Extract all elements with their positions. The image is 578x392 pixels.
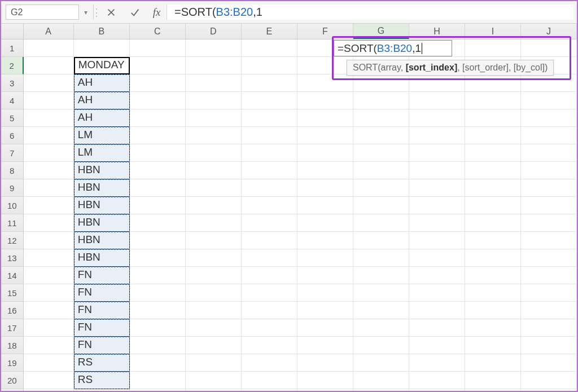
cell-C4[interactable] [130, 92, 186, 109]
cell-B13[interactable]: HBN [74, 249, 130, 267]
cell-H18[interactable] [409, 337, 465, 354]
cell-A9[interactable] [24, 179, 74, 197]
cell-C8[interactable] [130, 162, 186, 179]
cell-I13[interactable] [465, 249, 521, 267]
cell-B2[interactable]: MONDAY [74, 57, 130, 74]
cell-E16[interactable] [242, 302, 297, 319]
cell-D7[interactable] [186, 144, 242, 162]
cell-A21[interactable] [24, 389, 74, 391]
cell-E15[interactable] [242, 284, 297, 302]
cell-G18[interactable] [353, 337, 409, 354]
cell-G15[interactable] [353, 284, 409, 302]
row-header-21[interactable]: 21 [1, 389, 24, 391]
cell-F4[interactable] [297, 92, 353, 109]
cell-C15[interactable] [130, 284, 186, 302]
row-header-19[interactable]: 19 [1, 354, 24, 372]
cell-E1[interactable] [242, 39, 297, 57]
cell-J12[interactable] [521, 232, 577, 249]
row-header-17[interactable]: 17 [1, 319, 24, 337]
cell-B4[interactable]: AH [74, 92, 130, 109]
cell-H5[interactable] [409, 109, 465, 127]
cell-A1[interactable] [24, 39, 74, 57]
cell-F6[interactable] [297, 127, 353, 144]
cell-B8[interactable]: HBN [74, 162, 130, 179]
cell-H19[interactable] [409, 354, 465, 372]
cell-C7[interactable] [130, 144, 186, 162]
column-header-B[interactable]: B [74, 24, 130, 39]
cell-G11[interactable] [353, 214, 409, 232]
row-header-20[interactable]: 20 [1, 372, 24, 389]
cell-H15[interactable] [409, 284, 465, 302]
cell-D13[interactable] [186, 249, 242, 267]
row-header-2[interactable]: 2 [1, 57, 24, 74]
cell-A4[interactable] [24, 92, 74, 109]
cell-B14[interactable]: FN [74, 267, 130, 284]
row-header-10[interactable]: 10 [1, 197, 24, 214]
cell-H17[interactable] [409, 319, 465, 337]
formula-input[interactable]: =SORT(B3:B20,1 [167, 5, 573, 20]
cell-A6[interactable] [24, 127, 74, 144]
cell-G9[interactable] [353, 179, 409, 197]
cell-B17[interactable]: FN [74, 319, 130, 337]
cell-D18[interactable] [186, 337, 242, 354]
cell-A3[interactable] [24, 74, 74, 92]
cell-F16[interactable] [297, 302, 353, 319]
cell-C3[interactable] [130, 74, 186, 92]
cell-E20[interactable] [242, 372, 297, 389]
cell-E19[interactable] [242, 354, 297, 372]
cell-D6[interactable] [186, 127, 242, 144]
cell-E6[interactable] [242, 127, 297, 144]
cell-E2[interactable] [242, 57, 297, 74]
cell-I21[interactable] [465, 389, 521, 391]
cell-G10[interactable] [353, 197, 409, 214]
cell-C17[interactable] [130, 319, 186, 337]
cell-A8[interactable] [24, 162, 74, 179]
cell-F8[interactable] [297, 162, 353, 179]
column-header-A[interactable]: A [24, 24, 74, 39]
cell-B19[interactable]: RS [74, 354, 130, 372]
cell-G21[interactable] [353, 389, 409, 391]
cell-C5[interactable] [130, 109, 186, 127]
cell-C21[interactable] [130, 389, 186, 391]
cell-H20[interactable] [409, 372, 465, 389]
cell-J9[interactable] [521, 179, 577, 197]
cell-C10[interactable] [130, 197, 186, 214]
cell-C18[interactable] [130, 337, 186, 354]
cell-G12[interactable] [353, 232, 409, 249]
row-header-11[interactable]: 11 [1, 214, 24, 232]
cancel-formula-button[interactable] [99, 1, 123, 23]
cell-B18[interactable]: FN [74, 337, 130, 354]
cell-F21[interactable] [297, 389, 353, 391]
cell-A5[interactable] [24, 109, 74, 127]
cell-I16[interactable] [465, 302, 521, 319]
cell-I8[interactable] [465, 162, 521, 179]
cell-D21[interactable] [186, 389, 242, 391]
cell-A18[interactable] [24, 337, 74, 354]
cell-J6[interactable] [521, 127, 577, 144]
select-all-corner[interactable] [1, 24, 24, 39]
cell-C20[interactable] [130, 372, 186, 389]
cell-G16[interactable] [353, 302, 409, 319]
cell-E12[interactable] [242, 232, 297, 249]
cell-B1[interactable] [74, 39, 130, 57]
cell-I19[interactable] [465, 354, 521, 372]
cell-C11[interactable] [130, 214, 186, 232]
cell-B5[interactable]: AH [74, 109, 130, 127]
cell-A19[interactable] [24, 354, 74, 372]
cell-B11[interactable]: HBN [74, 214, 130, 232]
cell-I4[interactable] [465, 92, 521, 109]
row-header-8[interactable]: 8 [1, 162, 24, 179]
cell-H21[interactable] [409, 389, 465, 391]
row-header-3[interactable]: 3 [1, 74, 24, 92]
cell-E17[interactable] [242, 319, 297, 337]
cell-D14[interactable] [186, 267, 242, 284]
cell-D4[interactable] [186, 92, 242, 109]
cell-C9[interactable] [130, 179, 186, 197]
cell-F5[interactable] [297, 109, 353, 127]
cell-H13[interactable] [409, 249, 465, 267]
cell-J8[interactable] [521, 162, 577, 179]
cell-J17[interactable] [521, 319, 577, 337]
column-header-E[interactable]: E [242, 24, 297, 39]
insert-function-button[interactable]: fx [147, 5, 167, 20]
cell-B7[interactable]: LM [74, 144, 130, 162]
